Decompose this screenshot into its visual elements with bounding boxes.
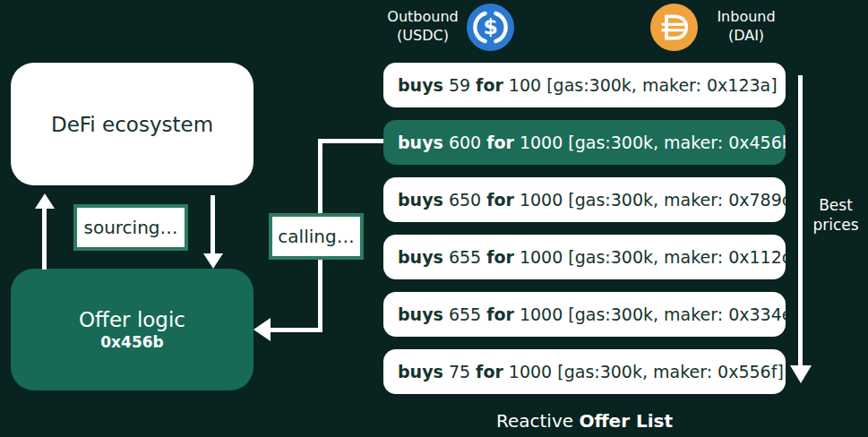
offer-buys-word: buys [398, 304, 443, 324]
offer-row: buys 600 for 1000 [gas:300k, maker: 0x45… [383, 120, 786, 165]
offer-for-word: for [486, 247, 514, 267]
diagram-canvas: Outbound (USDC) $ Inbound (DAI) DeFi eco… [0, 0, 868, 437]
offer-buys-word: buys [398, 247, 443, 267]
offer-row: buys 75 for 1000 [gas:300k, maker: 0x556… [383, 349, 786, 394]
offer-details: [gas:300k, maker: 0x789c] [568, 190, 786, 210]
offer-buy-amount: 655 [449, 304, 481, 324]
offer-sell-amount: 1000 [520, 190, 563, 210]
caption-regular: Reactive [496, 410, 573, 432]
offer-sell-amount: 1000 [509, 362, 552, 381]
sourcing-label-box: sourcing… [73, 204, 188, 251]
offer-sell-amount: 1000 [520, 247, 563, 267]
best-prices-arrow-icon [790, 365, 812, 383]
defi-ecosystem-box: DeFi ecosystem [11, 63, 254, 185]
offer-list: buys 59 for 100 [gas:300k, maker: 0x123a… [383, 63, 786, 407]
offer-details: [gas:300k, maker: 0x456b] [568, 133, 786, 152]
offer-details: [gas:300k, maker: 0x334e] [568, 304, 786, 324]
offer-row: buys 59 for 100 [gas:300k, maker: 0x123a… [383, 63, 786, 107]
outbound-line2: (USDC) [381, 26, 465, 45]
offer-buy-amount: 600 [449, 133, 481, 152]
calling-connector-bottom [269, 328, 322, 332]
offer-for-word: for [486, 190, 514, 210]
calling-label-box: calling… [269, 213, 364, 260]
inbound-line2: (DAI) [704, 26, 788, 45]
offer-details: [gas:300k, maker: 0x556f] [557, 362, 784, 381]
offer-for-word: for [486, 133, 514, 152]
offer-logic-address: 0x456b [100, 332, 163, 352]
offer-row: buys 655 for 1000 [gas:300k, maker: 0x11… [383, 235, 786, 279]
down-arrow-shaft [211, 195, 215, 254]
offer-buy-amount: 59 [449, 75, 470, 95]
offer-buys-word: buys [398, 362, 443, 381]
offer-row: buys 655 for 1000 [gas:300k, maker: 0x33… [383, 292, 786, 337]
diagram-caption: Reactive Offer List [383, 410, 786, 432]
offer-for-word: for [476, 75, 503, 95]
offer-for-word: for [476, 362, 503, 381]
best-prices-line1: Best [804, 195, 868, 215]
defi-ecosystem-label: DeFi ecosystem [51, 113, 213, 136]
best-prices-arrow-shaft [798, 75, 803, 367]
offer-for-word: for [486, 304, 514, 324]
best-prices-label: Best prices [804, 195, 868, 235]
offer-sell-amount: 1000 [520, 304, 563, 324]
inbound-line1: Inbound [704, 7, 788, 26]
inbound-token-label: Inbound (DAI) [704, 7, 788, 45]
offer-sell-amount: 1000 [520, 133, 563, 152]
outbound-token-label: Outbound (USDC) [381, 7, 465, 45]
dai-icon [650, 4, 698, 51]
outbound-line1: Outbound [381, 7, 465, 26]
offer-buy-amount: 75 [449, 362, 470, 381]
sourcing-label: sourcing… [83, 217, 177, 238]
offer-buys-word: buys [398, 133, 443, 152]
offer-logic-box: Offer logic 0x456b [11, 269, 254, 390]
calling-label: calling… [278, 226, 354, 247]
offer-logic-title: Offer logic [79, 307, 185, 332]
offer-buy-amount: 655 [449, 247, 481, 267]
calling-arrow-icon [254, 318, 271, 341]
usdc-icon: $ [467, 4, 514, 51]
offer-buys-word: buys [398, 190, 443, 210]
offer-row: buys 650 for 1000 [gas:300k, maker: 0x78… [383, 177, 786, 222]
offer-details: [gas:300k, maker: 0x123a] [546, 75, 778, 95]
usdc-dollar-glyph: $ [483, 14, 497, 39]
best-prices-line2: prices [804, 215, 868, 235]
down-arrow-icon [203, 253, 223, 269]
offer-details: [gas:300k, maker: 0x112d] [568, 247, 786, 267]
up-arrow-shaft [42, 207, 47, 270]
offer-buys-word: buys [398, 75, 443, 95]
calling-connector-top [318, 139, 383, 143]
offer-buy-amount: 650 [449, 190, 481, 210]
caption-bold: Offer List [579, 410, 673, 432]
offer-sell-amount: 100 [509, 75, 541, 95]
